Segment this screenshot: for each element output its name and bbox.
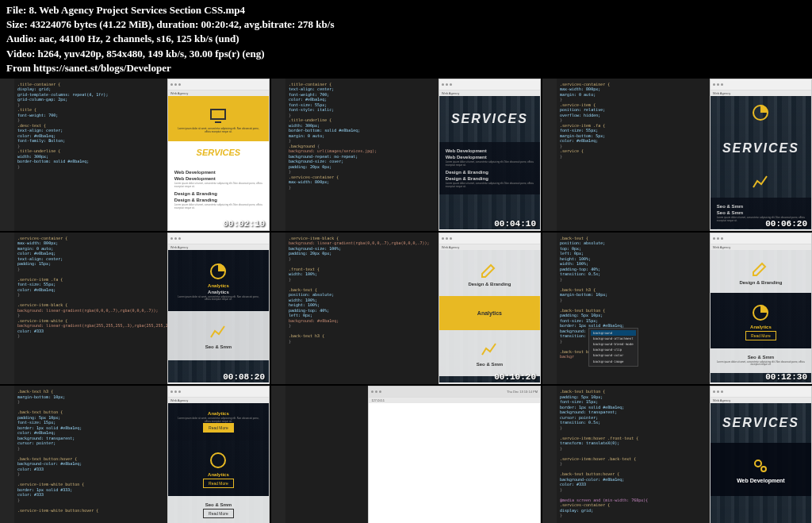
timestamp: 00:02:10 (223, 219, 265, 229)
code-editor: .title-container { display: grid; grid-t… (0, 79, 167, 231)
browser-preview: Web Agency SERVICES Web Development Web … (439, 79, 541, 231)
svg-rect-0 (211, 110, 225, 119)
code-editor (271, 386, 368, 523)
svg-point-7 (761, 467, 766, 471)
timestamp: 00:10:20 (494, 372, 536, 382)
thumbnail-1: .title-container { display: grid; grid-t… (0, 79, 270, 231)
video-info-header: File: 8. Web Agency Project Services Sec… (0, 0, 812, 79)
browser-preview: Web Agency Design & Branding Analytics S… (439, 233, 541, 385)
svg-point-5 (211, 453, 225, 467)
timestamp: 00:04:10 (494, 219, 536, 229)
browser-preview: Web Agency Lorem ipsum dolor sit amet, c… (167, 79, 270, 231)
timestamp: 00:08:20 (223, 372, 265, 382)
thumbnail-6: .back-text { position: absolute; top: 0p… (542, 233, 812, 385)
code-editor: .back-text button { padding: 5px 10px; f… (542, 386, 710, 523)
pie-chart-icon (751, 103, 770, 122)
thumbnail-9: .back-text button { padding: 5px 10px; f… (542, 386, 812, 523)
read-more-button[interactable]: Read More (203, 509, 234, 518)
read-more-button[interactable]: Read More (203, 479, 234, 488)
browser-preview: Web Agency Analytics Lorem ipsum dolor s… (167, 386, 270, 523)
code-editor: .back-text h3 { margin-bottom: 10px; } .… (0, 386, 167, 523)
line-chart-icon (209, 323, 228, 342)
read-more-button[interactable]: Read More (203, 423, 234, 433)
thumbnail-2: .title-container { text-align: center; f… (271, 79, 541, 231)
pie-chart-icon (209, 451, 228, 470)
line-chart-icon (751, 173, 770, 192)
svg-point-6 (755, 460, 761, 467)
code-editor: .service-item-black { background: linear… (271, 233, 439, 385)
thumbnail-5: .service-item-black { background: linear… (271, 233, 541, 385)
timestamp: 00:06:20 (765, 219, 807, 229)
browser-preview: Web Agency Analytics Analytics Lorem ips… (167, 233, 270, 385)
autocomplete-popup[interactable]: background background-attachment backgro… (588, 328, 638, 367)
thumbnail-3: .services-container { max-width: 800px; … (542, 79, 812, 231)
monitor-icon (209, 106, 228, 125)
thumbnail-8: Thu Dec 13 10:14 PM 127.0.0.1 00:16:35 (271, 386, 541, 523)
code-editor: .services-container { max-width: 800px; … (542, 79, 710, 231)
thumbnail-4: .services-container { max-width: 800px; … (0, 233, 270, 385)
browser-preview: Thu Dec 13 10:14 PM 127.0.0.1 (368, 386, 541, 523)
edit-icon (751, 259, 770, 278)
edit-icon (480, 260, 499, 279)
browser-preview: Web Agency Design & Branding Analytics R… (710, 233, 812, 385)
timestamp: 00:12:30 (765, 372, 807, 382)
read-more-button[interactable]: Read More (745, 331, 776, 340)
code-editor: .title-container { text-align: center; f… (271, 79, 439, 231)
code-editor: .services-container { max-width: 800px; … (0, 233, 167, 385)
browser-preview: Web Agency SERVICES Seo & Smm Seo & Smm … (710, 79, 812, 231)
code-editor: .back-text { position: absolute; top: 0p… (542, 233, 710, 385)
browser-preview: Web Agency SERVICES Web Development (710, 386, 812, 523)
gears-icon (751, 456, 770, 475)
pie-chart-icon (209, 262, 228, 281)
pie-chart-icon (751, 303, 770, 322)
thumbnail-7: .back-text h3 { margin-bottom: 10px; } .… (0, 386, 270, 523)
thumbnail-grid: .title-container { display: grid; grid-t… (0, 79, 812, 523)
line-chart-icon (480, 340, 499, 360)
